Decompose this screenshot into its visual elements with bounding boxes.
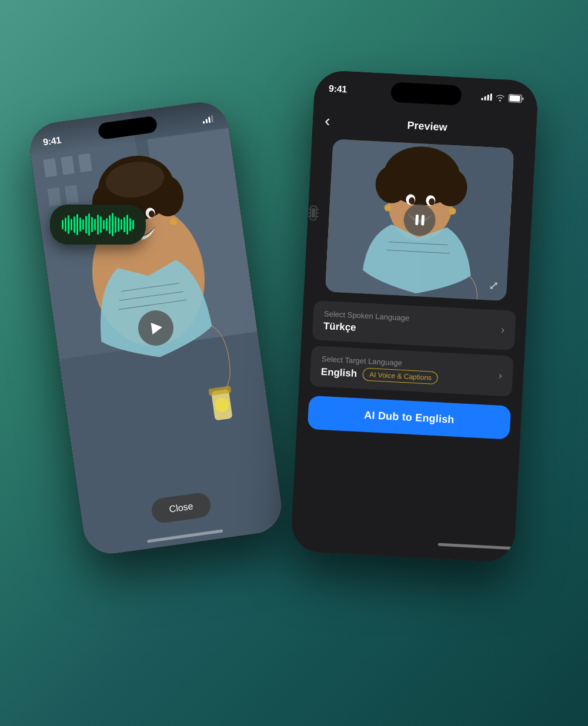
- front-phone-status-icons: [481, 92, 524, 103]
- wave-bar: [71, 219, 72, 230]
- wave-bar: [85, 216, 87, 233]
- wave-bar: [91, 217, 93, 232]
- wave-bar: [97, 215, 99, 235]
- wave-bar: [103, 220, 105, 229]
- wave-bar: [115, 216, 116, 233]
- wave-bar: [109, 215, 111, 234]
- wave-bar: [121, 219, 122, 230]
- waveform-bubble: [50, 205, 146, 245]
- target-language-row[interactable]: Select Target Language English AI Voice …: [310, 345, 514, 396]
- spoken-language-row[interactable]: Select Spoken Language Türkçe ›: [312, 300, 516, 350]
- spoken-language-label: Select Spoken Language: [324, 309, 410, 322]
- svg-rect-39: [312, 208, 316, 218]
- spoken-language-value: Türkçe: [323, 320, 409, 336]
- wave-bar: [129, 218, 131, 231]
- back-phone: 9:41 Close: [26, 98, 285, 557]
- wave-bar: [65, 218, 66, 232]
- front-phone-dynamic-island: [390, 82, 462, 105]
- preview-title: Preview: [407, 119, 447, 133]
- wave-bar: [79, 218, 81, 232]
- svg-rect-3: [43, 158, 57, 177]
- ai-dub-button[interactable]: AI Dub to English: [308, 395, 512, 439]
- spoken-language-info: Select Spoken Language Türkçe: [323, 309, 409, 336]
- wave-bar: [88, 213, 90, 236]
- vibrate-icon: [308, 203, 319, 225]
- pause-icon: [415, 214, 425, 225]
- wave-bar: [118, 218, 119, 232]
- wave-bar: [74, 216, 75, 233]
- back-phone-status-icons: [202, 115, 213, 123]
- svg-rect-5: [78, 153, 92, 172]
- pause-button[interactable]: [403, 203, 436, 236]
- back-phone-time: 9:41: [42, 135, 62, 148]
- svg-rect-4: [61, 155, 75, 174]
- wave-bar: [62, 220, 64, 229]
- svg-rect-7: [65, 185, 79, 203]
- ai-voice-badge: AI Voice & Captions: [363, 367, 439, 384]
- wave-bar: [76, 214, 78, 235]
- video-overlay: [325, 139, 514, 301]
- video-thumbnail-container: ⤢: [315, 138, 524, 302]
- target-language-chevron: ›: [498, 369, 502, 382]
- wifi-icon: [495, 93, 505, 101]
- back-arrow-button[interactable]: ‹: [324, 111, 330, 130]
- front-phone-time: 9:41: [329, 83, 348, 95]
- target-language-info: Select Target Language English AI Voice …: [320, 354, 439, 384]
- svg-rect-6: [47, 187, 61, 206]
- spoken-language-chevron: ›: [500, 323, 505, 336]
- wave-bar: [82, 219, 84, 230]
- video-thumbnail[interactable]: ⤢: [325, 139, 514, 301]
- wave-bar: [100, 216, 102, 233]
- front-phone-content: 9:41: [290, 69, 539, 563]
- play-icon: [151, 321, 163, 334]
- controls-panel: Select Spoken Language Türkçe › Select T…: [291, 290, 527, 547]
- expand-icon[interactable]: ⤢: [488, 277, 499, 292]
- wave-bar: [126, 215, 128, 235]
- target-language-value: English: [320, 366, 357, 379]
- signal-icon: [481, 93, 492, 101]
- wave-bar: [94, 219, 96, 230]
- signal-icon: [202, 115, 213, 123]
- wave-bar: [112, 213, 113, 236]
- battery-icon: [508, 93, 524, 102]
- front-phone: 9:41: [290, 69, 539, 563]
- wave-bar: [123, 217, 125, 232]
- svg-rect-24: [509, 95, 520, 101]
- wave-bar: [68, 215, 69, 234]
- wave-bar: [106, 218, 108, 231]
- wave-bar: [132, 220, 134, 229]
